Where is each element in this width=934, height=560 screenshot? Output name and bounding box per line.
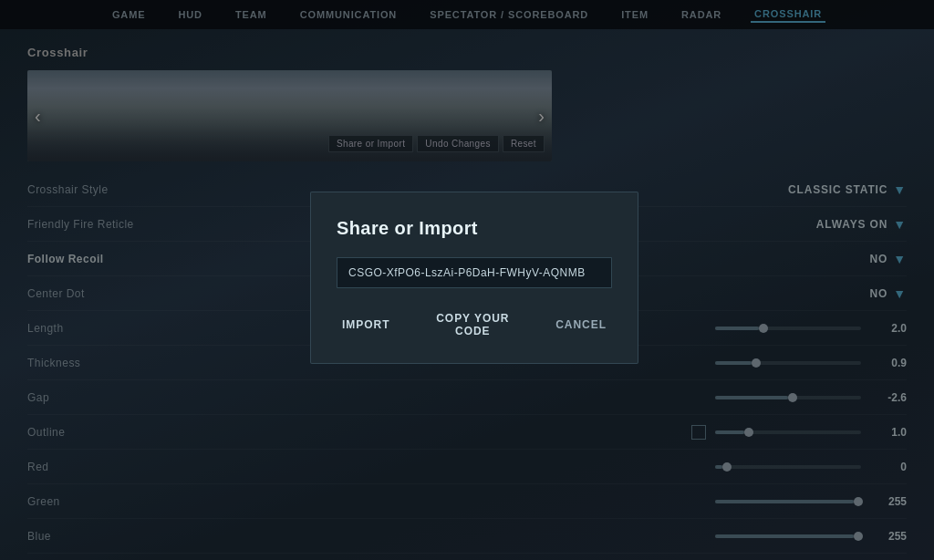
import-button[interactable]: IMPORT <box>337 315 395 335</box>
copy-your-code-button[interactable]: COPY YOUR CODE <box>413 308 532 341</box>
share-import-modal: Share or Import IMPORT COPY YOUR CODE CA… <box>310 192 638 364</box>
modal-action-buttons: IMPORT COPY YOUR CODE CANCEL <box>337 308 612 341</box>
cancel-button[interactable]: CANCEL <box>550 315 612 335</box>
modal-overlay[interactable]: Share or Import IMPORT COPY YOUR CODE CA… <box>0 0 934 560</box>
modal-title: Share or Import <box>337 218 612 239</box>
crosshair-code-input[interactable] <box>337 257 612 288</box>
